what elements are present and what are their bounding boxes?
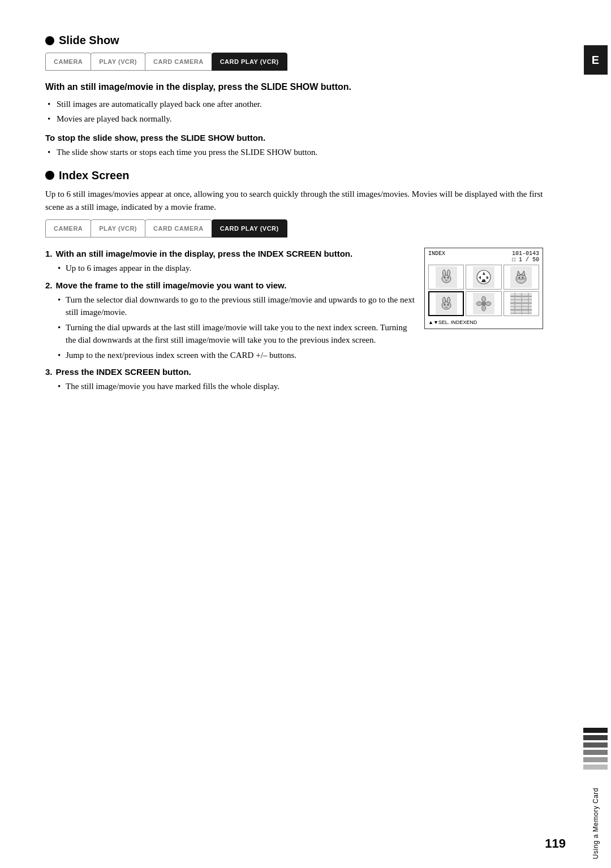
tab-play-vcr-1: PLAY (VCR)	[91, 53, 145, 71]
step-3-bullet-1: The still image/movie you have marked fi…	[58, 380, 415, 393]
svg-point-24	[444, 304, 445, 306]
stripe-1	[583, 728, 608, 733]
side-label: Using a Memory Card	[587, 774, 604, 868]
slide-show-sub-bullet-1: The slide show starts or stops each time…	[48, 146, 543, 159]
index-screen-section: Index Screen Up to 6 still images/movies…	[45, 169, 543, 398]
index-label: INDEX	[428, 251, 445, 263]
step-3-num: 3.	[45, 366, 53, 378]
index-thumb-2	[473, 266, 494, 288]
step-2-bullet-2: Turning the dial upwards at the last sti…	[58, 321, 415, 347]
stripe-3	[583, 742, 608, 748]
index-screen-heading: Index Screen	[45, 169, 543, 182]
index-diagram-box: INDEX 101-0143□ 1 / 50	[424, 248, 543, 329]
step-1: 1. With an still image/movie in the disp…	[45, 248, 415, 275]
gradient-stripes	[580, 723, 611, 774]
index-grid	[428, 265, 539, 316]
index-diagram: INDEX 101-0143□ 1 / 50	[424, 248, 543, 398]
index-counter: 101-0143□ 1 / 50	[512, 251, 539, 263]
svg-point-30	[476, 302, 482, 306]
svg-point-31	[485, 302, 491, 306]
step-2: 2. Move the frame to the still image/mov…	[45, 279, 415, 362]
step-1-heading: With an still image/movie in the display…	[56, 248, 353, 260]
step-1-header: 1. With an still image/movie in the disp…	[45, 248, 415, 260]
step-3-header: 3. Press the INDEX SCREEN button.	[45, 366, 415, 378]
index-cell-4	[428, 291, 464, 316]
svg-point-29	[481, 305, 485, 311]
mode-tabs-2: CAMERA PLAY (VCR) CARD CAMERA CARD PLAY …	[45, 219, 543, 237]
tab-play-vcr-2: PLAY (VCR)	[91, 219, 145, 237]
tab-card-play-vcr-2: CARD PLAY (VCR)	[212, 219, 287, 237]
right-tab-bar: E Using a Memory Card	[580, 0, 611, 868]
step-1-bullet-1: Up to 6 images appear in the display.	[58, 262, 415, 275]
step-2-num: 2.	[45, 279, 53, 291]
tab-camera-1: CAMERA	[45, 53, 91, 71]
index-bottom-label: ▲▼SEL. INDEXEND	[428, 318, 539, 325]
index-cell-1	[428, 265, 464, 290]
step-3-heading: Press the INDEX SCREEN button.	[56, 366, 191, 378]
index-thumb-3	[510, 266, 532, 288]
tab-card-camera-2: CARD CAMERA	[145, 219, 212, 237]
tab-card-play-vcr-1: CARD PLAY (VCR)	[212, 53, 287, 71]
bullet-icon-2	[45, 171, 54, 180]
step-1-bullets: Up to 6 images appear in the display.	[45, 262, 415, 275]
stripe-2	[583, 735, 608, 740]
slide-show-section: Slide Show CAMERA PLAY (VCR) CARD CAMERA…	[45, 34, 543, 159]
tab-camera-2: CAMERA	[45, 219, 91, 237]
svg-point-16	[519, 277, 520, 279]
index-top-bar: INDEX 101-0143□ 1 / 50	[428, 251, 539, 263]
index-thumb-1	[436, 266, 457, 288]
mode-tabs-1: CAMERA PLAY (VCR) CARD CAMERA CARD PLAY …	[45, 53, 543, 71]
index-thumb-6	[510, 293, 532, 314]
index-thumb-5	[473, 293, 494, 314]
stripe-6	[583, 765, 608, 770]
svg-point-23	[447, 297, 450, 304]
svg-point-5	[447, 277, 449, 279]
svg-point-25	[447, 304, 449, 306]
step-2-bullets: Turn the selector dial downwards to go t…	[45, 293, 415, 362]
svg-point-22	[442, 297, 445, 304]
index-thumb-4	[436, 293, 457, 314]
step-2-bullet-3: Jump to the next/previous index screen w…	[58, 349, 415, 362]
index-screen-two-col: 1. With an still image/movie in the disp…	[45, 248, 543, 398]
page-number: 119	[545, 836, 566, 851]
index-cell-5	[466, 291, 501, 316]
step-2-bullet-1: Turn the selector dial downwards to go t…	[58, 293, 415, 319]
tab-card-camera-1: CARD CAMERA	[145, 53, 212, 71]
step-1-num: 1.	[45, 248, 53, 260]
slide-show-heading: Slide Show	[45, 34, 543, 47]
slide-show-main-heading: With an still image/movie in the display…	[45, 81, 543, 93]
svg-point-17	[522, 277, 524, 279]
index-screen-title: Index Screen	[59, 169, 130, 182]
index-screen-steps: 1. With an still image/movie in the disp…	[45, 248, 415, 398]
slide-show-sub-bullets: The slide show starts or stops each time…	[45, 146, 543, 159]
index-cell-3	[504, 265, 539, 290]
slide-show-sub-heading: To stop the slide show, press the SLIDE …	[45, 133, 543, 142]
stripe-5	[583, 757, 608, 762]
slide-show-title: Slide Show	[59, 34, 119, 47]
index-cell-2	[466, 265, 501, 290]
svg-point-2	[442, 270, 445, 277]
slide-show-bullet-1: Still images are automatically played ba…	[48, 98, 543, 111]
steps-list: 1. With an still image/movie in the disp…	[45, 248, 415, 393]
svg-point-28	[481, 296, 485, 302]
step-3-bullets: The still image/movie you have marked fi…	[45, 380, 415, 393]
step-2-heading: Move the frame to the still image/movie …	[56, 279, 287, 291]
tab-e: E	[584, 45, 608, 75]
slide-show-bullet-2: Movies are played back normally.	[48, 113, 543, 126]
bullet-icon	[45, 36, 54, 45]
index-cell-6	[504, 291, 539, 316]
index-screen-body: Up to 6 still images/movies appear at on…	[45, 188, 543, 214]
step-2-header: 2. Move the frame to the still image/mov…	[45, 279, 415, 291]
svg-point-4	[444, 277, 445, 279]
step-3: 3. Press the INDEX SCREEN button. The st…	[45, 366, 415, 393]
page-content: Slide Show CAMERA PLAY (VCR) CARD CAMERA…	[0, 0, 577, 868]
svg-point-3	[447, 270, 450, 277]
slide-show-bullets: Still images are automatically played ba…	[45, 98, 543, 125]
stripe-4	[583, 750, 608, 755]
